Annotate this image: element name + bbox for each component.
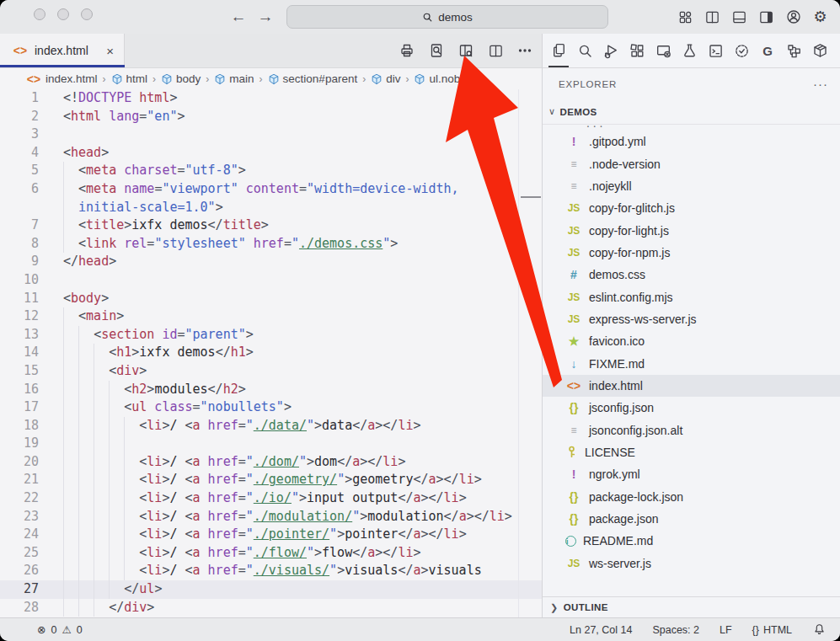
- code-line-20[interactable]: 20 <li>/ <a href="./dom/">dom</a></li>: [0, 453, 542, 472]
- container-icon[interactable]: [811, 40, 829, 61]
- code-line-26[interactable]: 26 <li>/ <a href="./visuals/">visuals</a…: [0, 562, 542, 580]
- line-number: 9: [0, 253, 39, 271]
- code-line-3[interactable]: 3: [0, 126, 542, 144]
- nav-back-button[interactable]: ←: [227, 4, 249, 29]
- sidebar-section-demos[interactable]: ∨ DEMOS: [543, 99, 840, 125]
- cursor-position[interactable]: Ln 27, Col 14: [570, 624, 632, 636]
- code-line-wrap[interactable]: initial-scale=1.0">: [0, 199, 542, 217]
- hierarchy-icon[interactable]: [784, 40, 803, 61]
- notifications-bell-icon[interactable]: [812, 622, 827, 637]
- code-line-17[interactable]: 17 <ul class="nobullets">: [0, 398, 542, 417]
- code-line-4[interactable]: 4<head>: [0, 144, 542, 163]
- badge-check-icon[interactable]: [732, 40, 751, 61]
- split-editor-icon[interactable]: [485, 40, 506, 61]
- explorer-icon[interactable]: [549, 40, 568, 61]
- code-line-28[interactable]: 28 </div>: [0, 599, 542, 617]
- scrollbar-marker[interactable]: [521, 196, 541, 198]
- code-line-8[interactable]: 8 <link rel="stylesheet" href="./demos.c…: [0, 235, 542, 254]
- file-package-json[interactable]: {}package.json: [543, 508, 840, 530]
- breadcrumb-item[interactable]: section#parent: [268, 72, 358, 85]
- code-line-16[interactable]: 16 <h2>modules</h2>: [0, 381, 542, 399]
- file-label: express-ws-server.js: [589, 312, 697, 326]
- file-copy-for-glitch-js[interactable]: JScopy-for-glitch.js: [543, 197, 840, 219]
- code-line-1[interactable]: 1<!DOCTYPE html>: [0, 89, 542, 108]
- file-license[interactable]: LICENSE: [543, 441, 840, 463]
- command-center-search[interactable]: demos: [286, 5, 608, 29]
- code-line-22[interactable]: 22 <li>/ <a href="./io/">input output</a…: [0, 489, 542, 508]
- file-ngrok-yml[interactable]: !ngrok.yml: [543, 463, 840, 485]
- search-icon[interactable]: [575, 40, 594, 61]
- file-jsconfig-json[interactable]: {}jsconfig.json: [543, 397, 840, 419]
- output-icon[interactable]: [706, 40, 725, 61]
- code-line-9[interactable]: 9</head>: [0, 253, 542, 271]
- code-line-21[interactable]: 21 <li>/ <a href="./geometry/">geometry<…: [0, 471, 542, 489]
- run-debug-icon[interactable]: [602, 40, 620, 61]
- indentation-status[interactable]: Spaces: 2: [652, 624, 699, 636]
- nav-forward-button[interactable]: →: [254, 4, 276, 29]
- code-line-19[interactable]: 19: [0, 435, 542, 453]
- file-express-ws-server-js[interactable]: JSexpress-ws-server.js: [543, 308, 840, 330]
- code-line-23[interactable]: 23 <li>/ <a href="./modulation/">modulat…: [0, 508, 542, 526]
- code-editor[interactable]: 1<!DOCTYPE html>2<html lang="en">34<head…: [0, 89, 542, 617]
- breadcrumb-item[interactable]: div: [371, 72, 400, 85]
- breadcrumb-item[interactable]: ul.nobullets: [414, 72, 486, 85]
- maximize-window-button[interactable]: [81, 8, 93, 20]
- file-jsonconfig-json-alt[interactable]: ≡jsonconfig.json.alt: [543, 419, 840, 441]
- eol-status[interactable]: LF: [720, 624, 732, 636]
- code-line-18[interactable]: 18 <li>/ <a href="./data/">data</a></li>: [0, 417, 542, 435]
- testing-icon[interactable]: [680, 40, 698, 61]
- file-copy-for-npm-js[interactable]: JScopy-for-npm.js: [543, 242, 840, 264]
- sidebar-section-outline[interactable]: ❯ OUTLINE: [543, 596, 840, 617]
- code-line-2[interactable]: 2<html lang="en">: [0, 108, 542, 126]
- file--node-version[interactable]: ≡.node-version: [543, 152, 840, 174]
- file-favicon-ico[interactable]: ★favicon.ico: [543, 330, 840, 352]
- file--gitpod-yml[interactable]: !.gitpod.yml: [543, 131, 840, 152]
- split-editor-icon[interactable]: [703, 8, 722, 27]
- code-line-10[interactable]: 10: [0, 271, 542, 290]
- file-index-html[interactable]: <>index.html: [543, 375, 840, 397]
- language-mode[interactable]: {} HTML: [752, 624, 792, 636]
- open-preview-side-icon[interactable]: [456, 40, 476, 61]
- file-package-lock-json[interactable]: {}package-lock.json: [543, 486, 840, 508]
- file-fixme-md[interactable]: ↓FIXME.md: [543, 352, 840, 374]
- file-ws-server-js[interactable]: JSws-server.js: [543, 553, 840, 574]
- settings-gear-icon[interactable]: ⚙: [811, 8, 830, 27]
- remote-window-icon[interactable]: [654, 40, 672, 61]
- code-line-25[interactable]: 25 <li>/ <a href="./flow/">flow</a></li>: [0, 544, 542, 563]
- toggle-panel-icon[interactable]: [730, 8, 749, 27]
- code-line-27[interactable]: 27 </ul>: [0, 580, 542, 599]
- line-number: 8: [0, 235, 39, 254]
- close-tab-icon[interactable]: ×: [106, 44, 114, 58]
- code-line-5[interactable]: 5 <meta charset="utf-8">: [0, 162, 542, 180]
- file-copy-for-light-js[interactable]: JScopy-for-light.js: [543, 219, 840, 241]
- extensions-icon[interactable]: [628, 40, 646, 61]
- more-actions-icon[interactable]: [515, 40, 535, 61]
- breadcrumb-item[interactable]: body: [161, 72, 201, 85]
- code-line-15[interactable]: 15 <div>: [0, 362, 542, 381]
- code-line-7[interactable]: 7 <title>ixfx demos</title>: [0, 216, 542, 235]
- breadcrumb-item[interactable]: html: [111, 72, 148, 85]
- print-icon[interactable]: [397, 40, 417, 61]
- minimize-window-button[interactable]: [57, 8, 69, 20]
- account-icon[interactable]: [784, 8, 803, 27]
- toggle-secondary-sidebar-icon[interactable]: [757, 8, 776, 27]
- file-demos-css[interactable]: #demos.css: [543, 264, 840, 286]
- gitlens-icon[interactable]: G: [758, 40, 777, 61]
- problems-status[interactable]: ⊗ 0 ⚠ 0: [37, 623, 83, 636]
- file-readme-md[interactable]: iREADME.md: [543, 530, 840, 552]
- customize-layout-icon[interactable]: [676, 8, 695, 27]
- tab-index-html[interactable]: <> index.html ×: [0, 34, 125, 67]
- file-eslint-config-mjs[interactable]: JSeslint.config.mjs: [543, 286, 840, 307]
- close-window-button[interactable]: [34, 8, 45, 20]
- breadcrumb-item[interactable]: <>index.html: [25, 72, 98, 86]
- search-in-document-icon[interactable]: [426, 40, 447, 61]
- code-line-11[interactable]: 11<body>: [0, 290, 542, 308]
- code-line-24[interactable]: 24 <li>/ <a href="./pointer/">pointer</a…: [0, 526, 542, 544]
- code-line-6[interactable]: 6 <meta name="viewport" content="width=d…: [0, 180, 542, 199]
- code-line-14[interactable]: 14 <h1>ixfx demos</h1>: [0, 344, 542, 362]
- code-line-12[interactable]: 12 <main>: [0, 307, 542, 326]
- breadcrumb-item[interactable]: main: [214, 72, 254, 85]
- code-line-13[interactable]: 13 <section id="parent">: [0, 326, 542, 345]
- file--nojeykll[interactable]: ≡.nojeykll: [543, 175, 840, 197]
- more-actions-icon[interactable]: ···: [813, 77, 828, 91]
